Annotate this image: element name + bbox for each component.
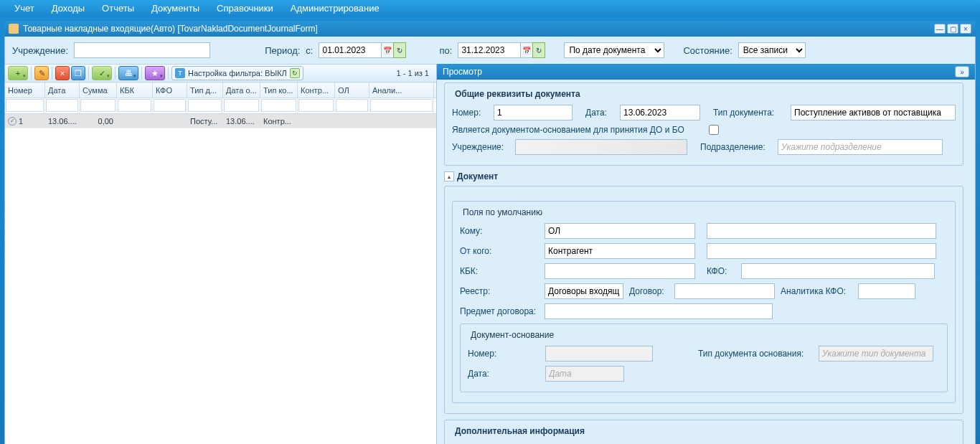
menu-admin[interactable]: Администрирование <box>283 0 387 16</box>
kfo-input[interactable] <box>741 263 935 279</box>
filter-settings-button[interactable]: T Настройка фильтра: ВЫКЛ ↻ <box>171 66 303 80</box>
filter-kfo[interactable] <box>154 99 186 112</box>
filter-date[interactable] <box>46 99 78 112</box>
filter-doctype[interactable] <box>188 99 222 112</box>
from-input[interactable] <box>545 243 695 259</box>
preview-pane: Просмотр » Общие реквизиты документа Ном… <box>437 64 975 444</box>
col-doctype[interactable]: Тип д... <box>187 82 223 98</box>
date-to-clear-icon[interactable]: ↻ <box>532 42 545 58</box>
kfo-label: КФО: <box>707 266 735 276</box>
col-sum[interactable]: Сумма <box>80 82 117 98</box>
menu-accounting[interactable]: Учет <box>7 0 42 16</box>
state-select[interactable]: Все записи <box>738 42 806 58</box>
grid-body[interactable]: ✓1 13.06.... 0,00 Посту... 13.06.... Кон… <box>5 114 436 444</box>
cell-kbk <box>117 114 153 128</box>
period-label: Период: <box>265 45 300 56</box>
edit-button[interactable]: ✎ <box>34 66 49 80</box>
from-label2: От кого: <box>460 246 539 256</box>
menu-references[interactable]: Справочники <box>209 0 281 16</box>
cell-anal <box>369 114 434 128</box>
grid-filter-row <box>5 98 436 114</box>
cell-doctype: Посту... <box>187 114 223 128</box>
date-to-picker-icon[interactable]: 📅 <box>520 42 533 58</box>
menu-documents[interactable]: Документы <box>144 0 207 16</box>
row-status-icon: ✓ <box>8 117 17 126</box>
preview-org-input[interactable] <box>515 139 687 155</box>
delete-button[interactable]: × <box>55 66 70 80</box>
action-button[interactable]: ★ <box>145 66 165 80</box>
date-from-picker-icon[interactable]: 📅 <box>381 42 394 58</box>
base-num-label: Номер: <box>468 349 540 359</box>
document-collapser[interactable]: ▴ Документ <box>444 171 963 181</box>
filter-anal[interactable] <box>370 99 433 112</box>
menu-reports[interactable]: Отчеты <box>95 0 141 16</box>
to-extra-input[interactable] <box>707 223 936 239</box>
filter-kbk[interactable] <box>118 99 151 112</box>
filter-ol[interactable] <box>336 99 368 112</box>
base-type-input[interactable] <box>819 346 933 362</box>
preview-expand-button[interactable]: » <box>955 66 969 77</box>
dept-input[interactable] <box>778 139 943 155</box>
isbase-checkbox[interactable] <box>709 125 719 135</box>
to-input[interactable] <box>545 223 695 239</box>
preview-titlebar: Просмотр » <box>437 64 975 80</box>
filter-contr[interactable] <box>298 99 334 112</box>
date-mode-select[interactable]: По дате документа <box>564 42 664 58</box>
copy-button[interactable]: ❐ <box>71 66 85 80</box>
cell-sum: 0,00 <box>80 114 117 128</box>
menu-income[interactable]: Доходы <box>44 0 92 16</box>
col-ol[interactable]: ОЛ <box>335 82 369 98</box>
registry-label: Реестр: <box>460 286 539 296</box>
window-minimize-button[interactable]: — <box>934 24 946 34</box>
doctype-input[interactable] <box>791 105 956 121</box>
date-from-clear-icon[interactable]: ↻ <box>393 42 406 58</box>
num-input[interactable] <box>494 105 573 121</box>
dept-label: Подразделение: <box>700 142 772 152</box>
approve-button[interactable]: ✓ <box>92 66 112 80</box>
filter-contrtype[interactable] <box>261 99 296 112</box>
preview-title: Просмотр <box>443 67 482 77</box>
col-anal[interactable]: Анали... <box>369 82 434 98</box>
defaults-section: Поля по умолчанию Кому: От кого: <box>452 201 956 403</box>
col-basedate[interactable]: Дата о... <box>223 82 260 98</box>
subject-label: Предмет договора: <box>460 306 539 316</box>
date-from-input[interactable] <box>319 42 382 58</box>
base-num-input[interactable] <box>545 346 653 362</box>
from-extra-input[interactable] <box>707 243 936 259</box>
window-close-button[interactable]: × <box>960 24 971 34</box>
window-titlebar: Товарные накладные входящие(Авто) [Tovar… <box>4 21 976 37</box>
print-button[interactable]: 🖶 <box>118 66 138 80</box>
cell-basedate: 13.06.... <box>223 114 260 128</box>
table-row[interactable]: ✓1 13.06.... 0,00 Посту... 13.06.... Кон… <box>5 114 436 128</box>
date-input[interactable] <box>620 105 700 121</box>
col-kbk[interactable]: КБК <box>117 82 153 98</box>
contract-input[interactable] <box>674 283 775 299</box>
col-contr[interactable]: Контр... <box>298 82 335 98</box>
date-to-input[interactable] <box>458 42 521 58</box>
base-date-input[interactable] <box>545 366 624 382</box>
filter-num[interactable] <box>6 99 44 112</box>
num-label: Номер: <box>452 108 488 118</box>
extra-title: Дополнительная информация <box>452 426 588 436</box>
to-label: Кому: <box>460 226 539 236</box>
window-maximize-button[interactable]: ▢ <box>947 24 958 34</box>
filter-sum[interactable] <box>80 99 116 112</box>
grid-toolbar: + ✎ × ❐ ✓ 🖶 ★ T Настройка фильтра: ВЫК <box>5 64 436 82</box>
analkfo-label: Аналитика КФО: <box>781 286 852 296</box>
add-button[interactable]: + <box>8 66 28 80</box>
org-input[interactable] <box>74 42 210 58</box>
window-title-text: Товарные накладные входящие(Авто) [Tovar… <box>23 24 318 34</box>
col-num[interactable]: Номер <box>5 82 45 98</box>
kbk-input[interactable] <box>545 263 695 279</box>
refresh-icon[interactable]: ↻ <box>290 68 300 78</box>
col-contrtype[interactable]: Тип ко... <box>260 82 298 98</box>
record-counter: 1 - 1 из 1 <box>397 69 433 77</box>
filter-basedate[interactable] <box>224 99 259 112</box>
col-kfo[interactable]: КФО <box>153 82 187 98</box>
subject-input[interactable] <box>545 303 773 319</box>
general-title: Общие реквизиты документа <box>452 89 583 99</box>
registry-input[interactable] <box>545 283 623 299</box>
analkfo-input[interactable] <box>858 283 915 299</box>
col-date[interactable]: Дата <box>45 82 80 98</box>
from-label: с: <box>306 45 313 56</box>
